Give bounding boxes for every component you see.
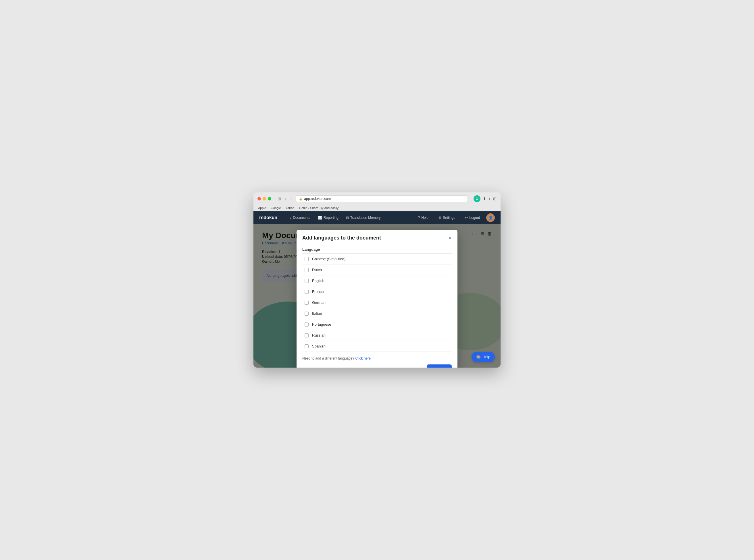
lang-label-italian: Italian: [312, 311, 322, 316]
lang-label-russian: Russian: [312, 333, 326, 337]
help-circle-icon: 🔘: [476, 355, 481, 359]
nav-link-logout[interactable]: ↩ Logout: [462, 215, 483, 221]
sidebar-toggle-button[interactable]: ⊞: [276, 196, 282, 202]
lang-checkbox-portuguese[interactable]: [305, 322, 309, 326]
nav-logo: redokun: [259, 215, 277, 220]
browser-titlebar: ⊞ ‹ › 🔒 app.redokun.com G ⬆ + ⊞: [257, 195, 497, 202]
browser-window: ⊞ ‹ › 🔒 app.redokun.com G ⬆ + ⊞ Apple Go…: [253, 193, 501, 367]
language-list: Chinese (Simplified) Dutch English: [302, 254, 452, 352]
bookmark-google[interactable]: Google: [271, 206, 281, 209]
traffic-lights: [257, 197, 271, 200]
browser-controls: ⊞ ‹ ›: [276, 196, 293, 202]
nav-links: ≡ Documents 📊 Reporting ⊡ Translation Me…: [286, 215, 414, 221]
nav-documents-label: Documents: [293, 216, 310, 220]
language-header: Language: [302, 245, 452, 254]
lang-checkbox-russian[interactable]: [305, 334, 309, 337]
modal-body: Language Chinese (Simplified) Dutch: [296, 245, 458, 352]
nav-bar: redokun ≡ Documents 📊 Reporting ⊡ Transl…: [253, 212, 501, 224]
lang-label-dutch: Dutch: [312, 268, 322, 272]
modal-close-button[interactable]: ×: [448, 236, 452, 241]
settings-icon: ⚙: [438, 216, 441, 220]
lang-item-dutch[interactable]: Dutch: [302, 264, 452, 275]
lang-checkbox-spanish[interactable]: [305, 344, 309, 348]
lang-item-french[interactable]: French: [302, 286, 452, 297]
forward-button[interactable]: ›: [289, 196, 293, 202]
nav-link-settings[interactable]: ⚙ Settings: [435, 215, 459, 221]
modal-footer: Need to add a different language? Click …: [296, 352, 458, 367]
tab-overview-button[interactable]: ⊞: [493, 196, 497, 201]
lang-item-portuguese[interactable]: Portuguese: [302, 319, 452, 330]
nav-link-reporting[interactable]: 📊 Reporting: [314, 215, 342, 221]
page-content: 📄 ⚙ 🗑 My Docume Document List > shu ni R…: [253, 224, 501, 367]
documents-icon: ≡: [289, 216, 291, 220]
minimize-traffic-light[interactable]: [263, 197, 266, 200]
lang-label-german: German: [312, 300, 326, 305]
lang-item-chinese-simplified[interactable]: Chinese (Simplified): [302, 254, 452, 264]
lang-item-russian[interactable]: Russian: [302, 330, 452, 341]
lang-label-english: English: [312, 279, 324, 283]
avatar[interactable]: 👤: [486, 213, 495, 222]
browser-actions: G ⬆ + ⊞: [473, 195, 497, 202]
footer-click-here-link[interactable]: Click here: [355, 356, 371, 360]
nav-logout-label: Logout: [469, 216, 480, 220]
bookmark-apple[interactable]: Apple: [258, 206, 266, 209]
help-icon: ?: [418, 216, 420, 220]
modal-title: Add languages to the document: [302, 235, 381, 241]
share-button[interactable]: ⬆: [483, 196, 486, 201]
lang-item-spanish[interactable]: Spanish: [302, 341, 452, 352]
reporting-icon: 📊: [318, 216, 322, 220]
url-text: app.redokun.com: [304, 197, 331, 201]
app-wrapper: redokun ≡ Documents 📊 Reporting ⊡ Transl…: [253, 212, 501, 367]
nav-help-label: Help: [421, 216, 428, 220]
address-bar[interactable]: 🔒 app.redokun.com: [296, 195, 467, 202]
modal-header: Add languages to the document ×: [296, 230, 458, 245]
bookmark-yahoo[interactable]: Yahoo: [286, 206, 294, 209]
lang-checkbox-german[interactable]: [305, 301, 309, 305]
help-btn-label: Help: [482, 355, 490, 359]
nav-translation-memory-label: Translation Memory: [350, 216, 381, 220]
lang-checkbox-french[interactable]: [305, 290, 309, 294]
lock-icon: 🔒: [299, 197, 302, 200]
lang-label-portuguese: Portuguese: [312, 322, 331, 326]
nav-link-translation-memory[interactable]: ⊡ Translation Memory: [343, 215, 384, 221]
nav-link-help[interactable]: ? Help: [414, 215, 432, 221]
maximize-traffic-light[interactable]: [268, 197, 271, 200]
lang-item-italian[interactable]: Italian: [302, 308, 452, 319]
nav-right: ? Help ⚙ Settings ↩ Logout 👤: [414, 213, 495, 222]
grammarly-button[interactable]: G: [473, 195, 480, 202]
bookmark-gofile[interactable]: Gofile - Share...ly and easily: [299, 206, 339, 209]
footer-note: Need to add a different language? Click …: [302, 356, 452, 360]
help-button[interactable]: 🔘 Help: [471, 352, 495, 362]
lang-item-german[interactable]: German: [302, 297, 452, 308]
back-button[interactable]: ‹: [284, 196, 288, 202]
lang-label-spanish: Spanish: [312, 344, 326, 348]
nav-settings-label: Settings: [443, 216, 455, 220]
nav-reporting-label: Reporting: [324, 216, 339, 220]
nav-link-documents[interactable]: ≡ Documents: [286, 215, 314, 221]
footer-actions: Select: [302, 364, 452, 367]
select-button[interactable]: Select: [427, 364, 452, 367]
bookmarks-bar: Apple Google Yahoo Gofile - Share...ly a…: [257, 204, 497, 212]
modal-overlay: Add languages to the document × Language…: [253, 224, 501, 367]
browser-chrome: ⊞ ‹ › 🔒 app.redokun.com G ⬆ + ⊞ Apple Go…: [253, 193, 501, 212]
address-bar-container: 🔒 app.redokun.com: [296, 195, 467, 202]
lang-checkbox-chinese-simplified[interactable]: [305, 257, 309, 261]
translation-memory-icon: ⊡: [346, 216, 349, 220]
lang-item-english[interactable]: English: [302, 275, 452, 286]
lang-label-french: French: [312, 289, 324, 294]
lang-checkbox-dutch[interactable]: [305, 268, 309, 272]
logout-icon: ↩: [465, 216, 468, 220]
lang-checkbox-italian[interactable]: [305, 312, 309, 316]
new-tab-button[interactable]: +: [488, 196, 491, 201]
lang-checkbox-english[interactable]: [305, 279, 309, 283]
lang-label-chinese-simplified: Chinese (Simplified): [312, 257, 345, 261]
add-languages-modal: Add languages to the document × Language…: [296, 230, 458, 367]
close-traffic-light[interactable]: [257, 197, 261, 200]
